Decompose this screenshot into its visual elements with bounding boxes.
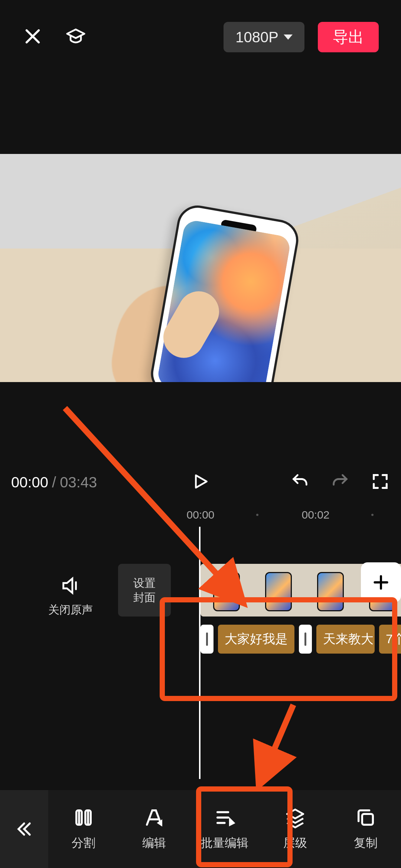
caption-clip[interactable]: 天来教大 <box>316 625 375 654</box>
plus-icon <box>372 573 390 592</box>
mute-original-audio[interactable]: 关闭原声 <box>48 575 93 618</box>
set-cover-button[interactable]: 设置 封面 <box>118 564 171 617</box>
caption-clip[interactable]: 大家好我是 <box>218 625 294 654</box>
clip-thumbnail[interactable] <box>252 564 304 617</box>
add-clip-button[interactable] <box>361 562 401 602</box>
bottom-toolbar: 分割 编辑 批量编辑 层级 复制 <box>0 790 401 868</box>
tool-split[interactable]: 分割 <box>52 807 115 851</box>
tool-layers[interactable]: 层级 <box>264 807 327 851</box>
resolution-label: 1080P <box>235 29 278 46</box>
time-ruler[interactable]: 00:00 00:02 <box>0 504 401 525</box>
layers-icon <box>284 807 306 828</box>
play-button[interactable] <box>191 472 210 492</box>
time-duration: 03:43 <box>60 474 97 491</box>
tool-edit[interactable]: 编辑 <box>123 807 186 851</box>
chevron-down-icon <box>284 34 293 40</box>
fullscreen-icon[interactable] <box>371 472 390 493</box>
ruler-tick: 00:00 <box>186 509 214 521</box>
tool-batch-edit[interactable]: 批量编辑 <box>193 807 256 851</box>
undo-icon[interactable] <box>290 472 310 493</box>
time-display: 00:00 / 03:43 <box>11 474 97 491</box>
toolbar-back-button[interactable] <box>0 790 48 868</box>
batch-edit-icon <box>214 807 235 828</box>
clip-handle-left[interactable] <box>200 625 213 654</box>
clip-thumbnail[interactable] <box>304 564 356 617</box>
speaker-icon <box>60 575 81 596</box>
redo-icon <box>330 472 350 493</box>
resolution-select[interactable]: 1080P <box>224 22 304 52</box>
tutorial-icon[interactable] <box>65 26 86 48</box>
playhead[interactable] <box>199 527 200 779</box>
svg-rect-2 <box>362 814 373 825</box>
timeline[interactable]: 关闭原声 设置 封面 大家好我是 天来教大 7个 <box>0 527 401 783</box>
text-icon <box>143 807 165 828</box>
copy-icon <box>355 807 376 828</box>
app-header: 1080P 导出 <box>0 0 401 74</box>
ruler-tick: 00:02 <box>301 509 329 521</box>
caption-track[interactable]: 大家好我是 天来教大 7个 <box>200 625 401 654</box>
caption-clip[interactable]: 7个 <box>379 625 401 654</box>
split-icon <box>73 807 94 828</box>
close-icon[interactable] <box>22 26 43 48</box>
time-position: 00:00 <box>11 474 48 491</box>
export-button[interactable]: 导出 <box>318 22 379 52</box>
playback-bar: 00:00 / 03:43 <box>0 460 401 504</box>
clip-handle-right[interactable] <box>299 625 312 654</box>
tool-copy[interactable]: 复制 <box>334 807 397 851</box>
video-preview[interactable] <box>0 154 401 382</box>
clip-thumbnail[interactable] <box>200 564 252 617</box>
chevron-double-left-icon <box>14 819 34 839</box>
